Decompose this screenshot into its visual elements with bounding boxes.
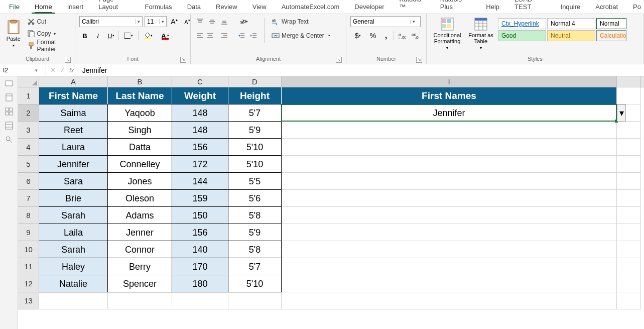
cell-i7[interactable] [282, 190, 617, 207]
cell-c8[interactable]: 150 [172, 207, 228, 224]
cell-d12[interactable]: 5'10 [228, 275, 282, 292]
cell-next-10[interactable] [617, 241, 641, 258]
cell-i9[interactable] [282, 224, 617, 241]
gutter-custom-icon[interactable] [5, 122, 13, 130]
row-header-6[interactable]: 6 [18, 173, 39, 190]
row-header-7[interactable]: 7 [18, 190, 39, 207]
name-box[interactable]: ▾ [0, 64, 46, 76]
font-name-input[interactable] [80, 17, 135, 27]
tab-kutools-plus[interactable]: Kutools Plus [437, 0, 474, 14]
cell-i11[interactable] [282, 258, 617, 275]
cell-b13[interactable] [108, 292, 172, 309]
row-header-3[interactable]: 3 [18, 122, 39, 139]
format-as-table-button[interactable]: Format as Table▾ [467, 16, 495, 52]
style-neutral[interactable]: Neutral [547, 30, 595, 41]
row-header-5[interactable]: 5 [18, 156, 39, 173]
col-header-a[interactable]: A [39, 76, 108, 87]
underline-button[interactable]: U▾ [105, 30, 116, 41]
row-header-9[interactable]: 9 [18, 224, 39, 241]
increase-indent-button[interactable] [248, 30, 259, 41]
col-header-c[interactable]: C [172, 76, 228, 87]
select-all-corner[interactable] [18, 76, 39, 87]
cell-b2[interactable]: Yaqoob [108, 104, 172, 122]
style-calculation[interactable]: Calculatio [596, 30, 626, 41]
tab-file[interactable]: File [6, 1, 23, 14]
gutter-page-icon[interactable] [5, 93, 13, 101]
name-box-input[interactable] [0, 67, 35, 74]
tab-kutools[interactable]: Kutools ™ [397, 0, 428, 14]
gutter-normal-icon[interactable] [5, 79, 13, 87]
cell-i5[interactable] [282, 156, 617, 173]
percent-button[interactable]: % [367, 30, 378, 41]
cell-a11[interactable]: Haley [39, 258, 108, 275]
cell-i2[interactable]: Jennifer▾ [282, 104, 617, 122]
italic-button[interactable]: I [92, 30, 103, 41]
cell-next-13[interactable] [617, 292, 641, 309]
alignment-launcher[interactable]: ↘ [336, 57, 342, 63]
cell-c11[interactable]: 170 [172, 258, 228, 275]
cell-a4[interactable]: Laura [39, 139, 108, 156]
cell-d3[interactable]: 5'9 [228, 122, 282, 139]
cell-d13[interactable] [228, 292, 282, 309]
tab-inquire[interactable]: Inquire [558, 1, 584, 14]
cell-c2[interactable]: 148 [172, 104, 228, 122]
cell-next-12[interactable] [617, 275, 641, 292]
cell-a2[interactable]: Saima [39, 104, 108, 122]
cell-c7[interactable]: 159 [172, 190, 228, 207]
cell-b11[interactable]: Berry [108, 258, 172, 275]
col-header-b[interactable]: B [108, 76, 172, 87]
cell-i8[interactable] [282, 207, 617, 224]
cell-c13[interactable] [172, 292, 228, 309]
grid[interactable]: A B C D I 1 First Name Last Name Weight … [18, 76, 644, 329]
cell-d11[interactable]: 5'7 [228, 258, 282, 275]
cancel-formula-button[interactable]: ✕ [50, 66, 56, 74]
tab-developer[interactable]: Developer [351, 1, 387, 14]
align-center-button[interactable] [207, 30, 218, 41]
tab-load-test[interactable]: LOAD TEST [511, 0, 548, 14]
cell-b8[interactable]: Adams [108, 207, 172, 224]
decrease-decimal-button[interactable]: .00.0 [409, 30, 420, 41]
cell-c6[interactable]: 144 [172, 173, 228, 190]
cell-d4[interactable]: 5'10 [228, 139, 282, 156]
name-box-dropdown[interactable]: ▾ [35, 68, 41, 73]
tab-review[interactable]: Review [213, 1, 240, 14]
cell-a8[interactable]: Sarah [39, 207, 108, 224]
cell-next-8[interactable] [617, 207, 641, 224]
cell-c9[interactable]: 156 [172, 224, 228, 241]
merge-center-button[interactable]: Merge & Center▾ [270, 30, 332, 41]
cell-c3[interactable]: 148 [172, 122, 228, 139]
cell-b3[interactable]: Singh [108, 122, 172, 139]
cell-a7[interactable]: Brie [39, 190, 108, 207]
row-header-8[interactable]: 8 [18, 207, 39, 224]
tab-view[interactable]: View [249, 1, 270, 14]
tab-insert[interactable]: Insert [64, 1, 87, 14]
cut-button[interactable]: Cut [26, 16, 71, 27]
tab-page-layout[interactable]: Page Layout [95, 0, 133, 14]
cell-i13[interactable] [282, 292, 617, 309]
cell-d10[interactable]: 5'8 [228, 241, 282, 258]
borders-button[interactable]: ▾ [121, 30, 136, 41]
cell-i3[interactable] [282, 122, 617, 139]
format-painter-button[interactable]: Format Painter [26, 40, 71, 51]
col-header-d[interactable]: D [228, 76, 282, 87]
font-color-button[interactable]: A▾ [158, 30, 173, 41]
copy-button[interactable]: Copy▾ [26, 28, 71, 39]
fill-color-button[interactable]: ▾ [141, 30, 156, 41]
cell-next-11[interactable] [617, 258, 641, 275]
row-header-12[interactable]: 12 [18, 275, 39, 292]
number-format-combo[interactable]: ▾ [350, 16, 421, 27]
gutter-find-icon[interactable] [5, 136, 13, 144]
row-header-4[interactable]: 4 [18, 139, 39, 156]
enter-formula-button[interactable]: ✓ [60, 66, 65, 74]
cell-a6[interactable]: Sara [39, 173, 108, 190]
increase-decimal-button[interactable]: .0.00 [396, 30, 407, 41]
style-good[interactable]: Good [498, 30, 546, 41]
align-right-button[interactable] [219, 30, 230, 41]
cell-c5[interactable]: 172 [172, 156, 228, 173]
cell-c1[interactable]: Weight [172, 87, 228, 104]
cell-next-6[interactable] [617, 173, 641, 190]
fx-button[interactable]: fx [69, 66, 74, 74]
col-header-i[interactable]: I [282, 76, 617, 87]
cell-d9[interactable]: 5'9 [228, 224, 282, 241]
col-header-next[interactable] [617, 76, 641, 87]
